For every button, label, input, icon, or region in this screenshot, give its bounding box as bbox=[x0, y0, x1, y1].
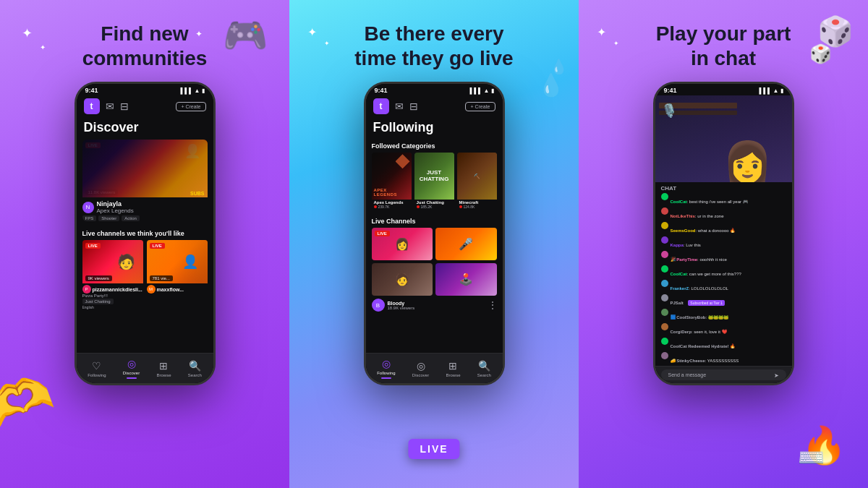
cat-minecraft[interactable]: ⛏️ Minecraft 124.8K bbox=[457, 153, 497, 209]
live-chan-1[interactable]: LIVE 👩 bbox=[372, 228, 433, 260]
signal-icon-3: ▌▌▌ bbox=[760, 87, 772, 94]
chat-input-placeholder: Send a message bbox=[668, 372, 707, 377]
nav-following-1[interactable]: ♡ Following bbox=[88, 360, 106, 377]
small-stream-2[interactable]: LIVE 781 vie... 👤 M maxxflow... bbox=[147, 240, 208, 311]
live-chan-thumb-2: 🎤 bbox=[435, 228, 497, 260]
send-icon: ➤ bbox=[774, 372, 779, 379]
chat-msg-8: PJSalt Subscribed at Tier 1 bbox=[661, 294, 786, 307]
live-chan-avatar-1: 👩 bbox=[372, 228, 433, 260]
live-chan-4[interactable]: 🕹️ bbox=[435, 263, 497, 296]
status-time-1: 9:41 bbox=[85, 87, 98, 94]
nav-discover-2[interactable]: ◎ Discover bbox=[412, 360, 429, 377]
nav-browse-2[interactable]: ⊞ Browse bbox=[446, 360, 460, 377]
avatar-stinky bbox=[661, 352, 668, 359]
stream2-char: 👤 bbox=[182, 254, 198, 270]
chat-input-bar: Send a message ➤ bbox=[655, 366, 792, 383]
nav-discover-1[interactable]: ◎ Discover bbox=[123, 358, 140, 379]
twitch-logo-2: t bbox=[373, 98, 389, 114]
chat-msg-5: 🎉 PartyTime: ooohhh it nice bbox=[661, 251, 786, 264]
chat-msg-2: NotLikeThis: ur in the zone bbox=[661, 207, 786, 221]
avatar-coolcat-1 bbox=[661, 193, 668, 200]
create-button-2[interactable]: + Create bbox=[465, 102, 495, 111]
live-channels-grid: LIVE 👩 🎤 🧑 bbox=[366, 228, 503, 296]
plus-icon: + bbox=[181, 104, 184, 109]
phone-3: 9:41 ▌▌▌ ▲ ▮ 👩 bbox=[653, 82, 794, 385]
username-stinkycheese: 🧀 StinkyCheese bbox=[671, 359, 705, 363]
battery-icon-3: ▮ bbox=[780, 87, 783, 94]
nav-discover-label-2: Discover bbox=[412, 373, 429, 377]
cat-name-apex: Apex Legends bbox=[372, 200, 412, 205]
nav-browse-1[interactable]: ⊞ Browse bbox=[156, 360, 171, 377]
more-icon[interactable]: ⋮ bbox=[488, 300, 497, 310]
deco-star-p3-1: ✦ bbox=[597, 25, 606, 39]
main-stream-card[interactable]: LIVE 11.8K viewers 👤 SUBS N Ninjayla Ape… bbox=[82, 140, 208, 221]
nav-search-icon-2: 🔍 bbox=[478, 360, 490, 372]
panel-following: ✦ ✦ 💧 💧 Be there every time they go live… bbox=[289, 0, 579, 488]
status-time-2: 9:41 bbox=[375, 87, 388, 94]
phone-1-screen: 9:41 ▌▌▌ ▲ ▮ t ✉ ⊟ + Create Discover bbox=[77, 84, 213, 383]
chat-input-field[interactable]: Send a message ➤ bbox=[661, 369, 786, 380]
live-chan-avatar-3: 🧑 bbox=[372, 263, 433, 296]
nav-active-dot-2 bbox=[381, 377, 391, 379]
chat-msg-7: FrankerZ: LOLOLOLOLOLOL bbox=[661, 280, 786, 293]
cat-viewers-apex: 239.7K bbox=[372, 205, 412, 209]
username-coolcat-redeemed: CoolCat Redeemed Hydrate! bbox=[671, 344, 729, 348]
cat-thumb-chatting: JustChatting bbox=[414, 153, 454, 200]
content-area-1: LIVE 11.8K viewers 👤 SUBS N Ninjayla Ape… bbox=[77, 140, 213, 353]
layout-icon-2: ⊟ bbox=[409, 100, 418, 112]
live-chan-thumb-4: 🕹️ bbox=[435, 263, 497, 296]
categories-grid: APEXLEGENDS Apex Legends 239.7K JustChat… bbox=[372, 153, 497, 209]
nav-following-2[interactable]: ◎ Following bbox=[377, 358, 395, 379]
subs-text: SUBS bbox=[190, 191, 204, 196]
live-chan-avatar-4: 🕹️ bbox=[435, 263, 497, 296]
nav-search-2[interactable]: 🔍 Search bbox=[477, 360, 491, 377]
msg-text-7: : LOLOLOLOLOLOL bbox=[689, 286, 728, 291]
stream-preview-3: 👩 🎙️ bbox=[655, 95, 792, 182]
wifi-icon-3: ▲ bbox=[773, 87, 779, 94]
stream-game-1: Apex Legends bbox=[97, 207, 134, 214]
deco-star-p3-2: ✦ bbox=[613, 40, 619, 47]
keyboard-icon: ⌨️ bbox=[798, 445, 825, 470]
panel-1-title: Find new communities bbox=[82, 22, 208, 70]
nav-discover-label-1: Discover bbox=[123, 371, 140, 375]
bloody-name: Bloody bbox=[388, 301, 415, 306]
mail-icon-2: ✉ bbox=[395, 100, 404, 112]
status-icons-3: ▌▌▌ ▲ ▮ bbox=[760, 87, 783, 94]
cat-apex-legends[interactable]: APEXLEGENDS Apex Legends 239.7K bbox=[372, 153, 412, 209]
tag-action: Action bbox=[122, 215, 140, 221]
deco-star-1: ✦ bbox=[22, 25, 33, 41]
nav-active-dot-1 bbox=[127, 377, 137, 379]
avatar-kappa bbox=[661, 236, 668, 244]
username-kappa: Kappa bbox=[671, 243, 684, 247]
live-chan-thumb-3: 🧑 bbox=[372, 263, 433, 296]
wifi-icon-2: ▲ bbox=[484, 87, 490, 94]
categories-section: APEXLEGENDS Apex Legends 239.7K JustChat… bbox=[366, 153, 503, 212]
cat-viewers-minecraft: 124.8K bbox=[457, 205, 497, 209]
signal-icon: ▌▌▌ bbox=[181, 87, 193, 94]
phone-2: 9:41 ▌▌▌ ▲ ▮ t ✉ ⊟ + Create Following bbox=[364, 82, 505, 385]
section-title-1: Live channels we think you'll like bbox=[77, 227, 213, 240]
avatar-coolcat-2 bbox=[661, 265, 668, 273]
msg-text-9: : 🐸🐸🐸🐸 bbox=[706, 315, 728, 320]
create-button-1[interactable]: + Create bbox=[176, 102, 205, 111]
avatar-partytime bbox=[661, 251, 668, 258]
live-chan-3[interactable]: 🧑 bbox=[372, 263, 433, 296]
avatar-seemsgood bbox=[661, 222, 668, 229]
live-badge-s2: LIVE bbox=[150, 243, 165, 249]
live-chan-thumb-1: LIVE 👩 bbox=[372, 228, 433, 260]
live-dot-minecraft bbox=[459, 205, 462, 208]
nav-following-icon-2: ◎ bbox=[382, 358, 391, 369]
small-stream-2-info: M maxxflow... bbox=[147, 283, 208, 295]
status-bar-1: 9:41 ▌▌▌ ▲ ▮ bbox=[77, 84, 213, 95]
small-stream-1[interactable]: LIVE 9K viewers 🧑 P pizzamannickdiesli..… bbox=[82, 240, 143, 311]
avatar-coolcat-3 bbox=[661, 338, 668, 345]
chat-msg-3: SeemsGood: what a donoooo 🔥 bbox=[661, 222, 786, 235]
cat-just-chatting[interactable]: JustChatting Just Chatting 185.2K bbox=[414, 153, 454, 209]
nav-search-1[interactable]: 🔍 Search bbox=[188, 360, 202, 377]
live-chan-2[interactable]: 🎤 bbox=[435, 228, 497, 260]
lang-english: English bbox=[82, 305, 143, 309]
main-stream-info: N Ninjayla Apex Legends FPS Shooter Acti… bbox=[82, 197, 208, 221]
small-thumb-1: LIVE 9K viewers 🧑 bbox=[82, 240, 143, 283]
small-streams-grid: LIVE 9K viewers 🧑 P pizzamannickdiesli..… bbox=[77, 240, 213, 311]
wifi-icon: ▲ bbox=[195, 87, 200, 94]
